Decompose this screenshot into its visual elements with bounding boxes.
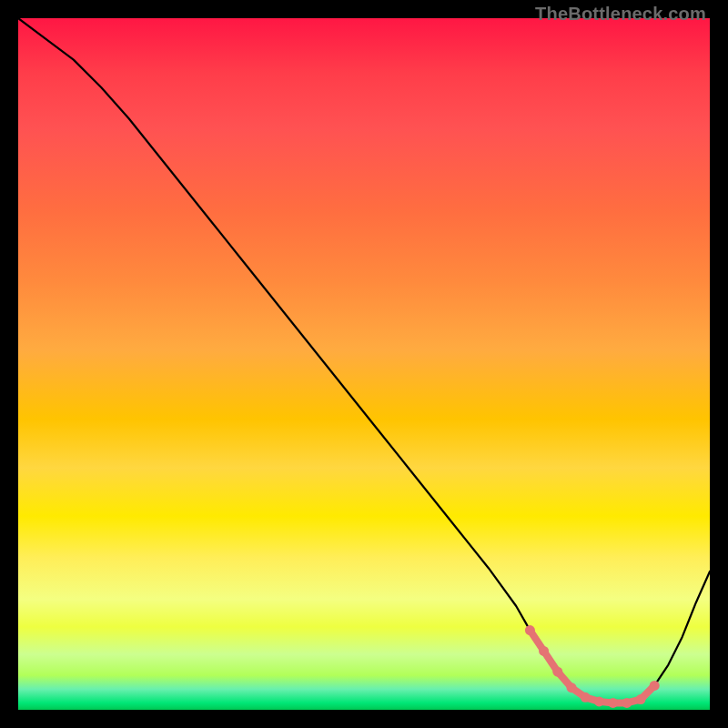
curve-marker — [636, 694, 646, 704]
chart-area — [18, 18, 710, 710]
curve-marker — [594, 696, 604, 706]
curve-marker — [650, 681, 660, 691]
curve-marker — [608, 698, 618, 708]
attribution-label: TheBottleneck.com — [535, 4, 706, 25]
curve-path — [18, 18, 710, 703]
curve-marker — [552, 667, 562, 677]
bottleneck-curve — [18, 18, 710, 710]
curve-marker — [567, 682, 577, 693]
marker-connector — [530, 631, 654, 703]
curve-marker — [539, 646, 549, 656]
curve-marker — [581, 693, 591, 703]
curve-marker — [622, 698, 632, 708]
curve-markers — [525, 625, 660, 708]
curve-marker — [525, 625, 535, 635]
